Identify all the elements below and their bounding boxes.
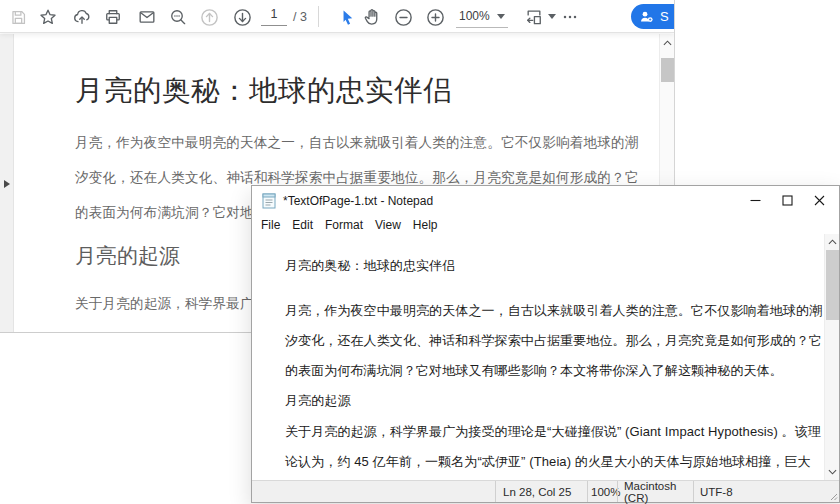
toolbar-separator bbox=[318, 6, 319, 27]
resize-grip-icon[interactable] bbox=[828, 491, 838, 501]
text-line: 汐变化，还在人类文化、神话和科学探索中占据重要地位。那么，月亮究竟是如何形成的？… bbox=[285, 332, 822, 350]
expand-panel-arrow-icon[interactable] bbox=[4, 180, 10, 188]
status-zoom-level: 100% bbox=[587, 481, 617, 502]
menu-view[interactable]: View bbox=[369, 218, 407, 232]
scroll-up-icon[interactable] bbox=[825, 239, 839, 245]
status-cursor-position: Ln 28, Col 25 bbox=[495, 481, 587, 502]
status-line-ending: Macintosh (CR) bbox=[617, 481, 693, 502]
page-number-input[interactable]: 1 bbox=[261, 7, 287, 26]
text-line: 月亮，作为夜空中最明亮的天体之一，自古以来就吸引着人类的注意。它不仅影响着地球的… bbox=[285, 302, 822, 320]
menu-format[interactable]: Format bbox=[319, 218, 369, 232]
scroll-down-icon[interactable] bbox=[825, 469, 839, 475]
share-button-label: S bbox=[660, 9, 669, 24]
cloud-upload-icon[interactable] bbox=[69, 4, 95, 30]
select-cursor-icon[interactable] bbox=[334, 4, 360, 30]
notepad-app-icon bbox=[262, 193, 276, 209]
pdf-paragraph-line: 月亮，作为夜空中最明亮的天体之一，自古以来就吸引着人类的注意。它不仅影响着地球的… bbox=[75, 134, 639, 152]
text-line: 月亮的奥秘：地球的忠实伴侣 bbox=[285, 257, 455, 275]
text-line: 论认为，约 45 亿年前，一颗名为“忒伊亚” (Theia) 的火星大小的天体与… bbox=[285, 453, 811, 471]
notepad-scrollbar-thumb[interactable] bbox=[826, 250, 839, 320]
fit-page-icon[interactable] bbox=[521, 4, 547, 30]
minimize-button[interactable] bbox=[739, 186, 771, 215]
notepad-window-title: *TextOfPage-1.txt - Notepad bbox=[283, 194, 433, 208]
menu-help[interactable]: Help bbox=[407, 218, 444, 232]
notepad-text-area[interactable]: 月亮的奥秘：地球的忠实伴侣 月亮，作为夜空中最明亮的天体之一，自古以来就吸引着人… bbox=[252, 234, 839, 480]
text-line: 月亮的起源 bbox=[285, 392, 351, 410]
page-down-icon[interactable] bbox=[229, 4, 255, 30]
pdf-sidebar-strip bbox=[0, 34, 14, 332]
page-up-icon[interactable] bbox=[196, 4, 222, 30]
email-icon[interactable] bbox=[134, 4, 160, 30]
chevron-down-icon[interactable] bbox=[548, 14, 556, 19]
zoom-out-icon[interactable] bbox=[390, 4, 416, 30]
window-controls bbox=[739, 186, 835, 215]
zoom-level-dropdown[interactable]: 100% bbox=[456, 5, 508, 28]
text-line: 的表面为何布满坑洞？它对地球又有哪些影响？本文将带你深入了解这颗神秘的天体。 bbox=[285, 362, 783, 380]
zoom-in-icon[interactable] bbox=[422, 4, 448, 30]
pdf-scrollbar-thumb[interactable] bbox=[661, 58, 675, 82]
pdf-section-heading: 月亮的起源 bbox=[75, 242, 180, 270]
pdf-toolbar: 1 / 3 100% bbox=[0, 0, 674, 33]
share-person-icon bbox=[639, 9, 655, 25]
search-icon[interactable] bbox=[165, 4, 191, 30]
close-button[interactable] bbox=[803, 186, 835, 215]
page-total-label: / 3 bbox=[293, 10, 307, 24]
desktop: 1 / 3 100% bbox=[0, 0, 840, 504]
menu-edit[interactable]: Edit bbox=[286, 218, 319, 232]
save-icon[interactable] bbox=[5, 4, 31, 30]
share-button[interactable]: S bbox=[631, 4, 675, 29]
favorite-star-icon[interactable] bbox=[35, 4, 61, 30]
notepad-window: *TextOfPage-1.txt - Notepad File Edit Fo… bbox=[251, 185, 840, 503]
text-line: 关于月亮的起源，科学界最广为接受的理论是“大碰撞假说” (Giant Impac… bbox=[285, 423, 821, 441]
chevron-down-icon bbox=[497, 14, 505, 19]
notepad-statusbar: Ln 28, Col 25 100% Macintosh (CR) UTF-8 bbox=[252, 480, 839, 502]
maximize-button[interactable] bbox=[771, 186, 803, 215]
notepad-titlebar[interactable]: *TextOfPage-1.txt - Notepad bbox=[252, 186, 839, 215]
pdf-document-title: 月亮的奥秘：地球的忠实伴侣 bbox=[75, 72, 452, 110]
scroll-up-icon[interactable] bbox=[660, 40, 675, 46]
print-icon[interactable] bbox=[100, 4, 126, 30]
zoom-level-label: 100% bbox=[459, 9, 490, 23]
more-options-icon[interactable] bbox=[557, 4, 583, 30]
status-encoding: UTF-8 bbox=[693, 481, 839, 502]
menu-file[interactable]: File bbox=[255, 218, 286, 232]
hand-pan-icon[interactable] bbox=[359, 4, 385, 30]
notepad-scrollbar[interactable] bbox=[824, 234, 839, 480]
notepad-menubar: File Edit Format View Help bbox=[252, 215, 839, 234]
